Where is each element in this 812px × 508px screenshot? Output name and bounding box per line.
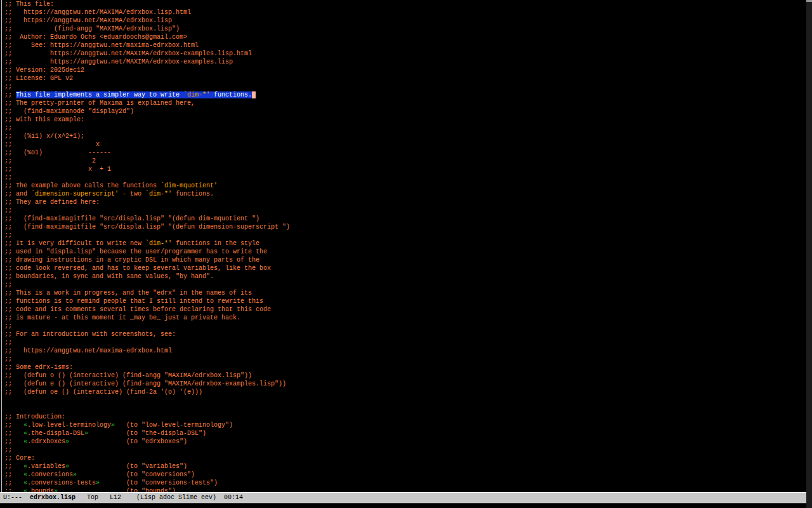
code-line: ;; (find-maximagitfile "src/displa.lisp"… xyxy=(4,223,806,231)
code-segment: ;; (find-maximagitfile "src/displa.lisp"… xyxy=(4,224,290,231)
code-line: ;; x + 1 xyxy=(4,165,806,173)
code-segment: ;; xyxy=(4,83,12,90)
code-segment: ;; xyxy=(4,174,12,181)
code-line: ;; https://anggtwu.net/MAXIMA/edrxbox.li… xyxy=(4,17,806,25)
code-segment: `dim-mquotient' xyxy=(160,182,218,189)
code-segment: ;; For an introduction with screenshots,… xyxy=(4,331,176,338)
code-segment: This file implements a simpler way to wr… xyxy=(16,91,183,98)
right-scrollbar-thumb[interactable] xyxy=(806,0,812,2)
right-scrollbar-track[interactable] xyxy=(806,0,812,508)
code-segment: ;; (defun o () (interactive) (find-angg … xyxy=(4,372,252,379)
code-segment: ;; https://anggtwu.net/MAXIMA/edrxbox.li… xyxy=(4,17,172,24)
code-segment: ;; Introduction: xyxy=(4,413,65,420)
code-line: ;; xyxy=(4,355,806,363)
code-segment: ;; xyxy=(4,339,12,346)
code-segment: .the-displa-DSL xyxy=(27,430,84,437)
code-line: ;; with this example: xyxy=(4,116,806,124)
code-segment: functions in the style xyxy=(172,240,259,247)
code-segment: ;; with this example: xyxy=(4,116,84,123)
code-segment: `dimension-superscript' xyxy=(31,190,119,197)
code-segment: ;; This is a work in progress, and the "… xyxy=(4,290,252,297)
code-segment: ;; Author: Eduardo Ochs <eduardoochs@gma… xyxy=(4,34,187,41)
code-segment: ;; xyxy=(4,438,23,445)
left-fringe xyxy=(1,0,2,492)
code-segment: ;; (%o1) ------ xyxy=(4,149,111,156)
code-line: ;; (%o1) ------ xyxy=(4,149,806,157)
code-segment: ;; xyxy=(4,488,23,492)
code-segment: ;; xyxy=(4,446,12,453)
code-segment: ;; xyxy=(4,479,23,486)
modeline[interactable]: U:--- edrxbox.lisp Top L12 (Lisp adoc Sl… xyxy=(0,492,811,504)
code-segment: ;; https://anggtwu.net/MAXIMA/edrxbox.li… xyxy=(4,9,191,16)
code-line: ;; «.the-displa-DSL» (to "the-displa-DSL… xyxy=(4,429,806,438)
code-segment: ;; used in "displa.lisp" because the use… xyxy=(4,248,267,255)
code-segment: ;; xyxy=(4,356,12,363)
modeline-clock: 00:14 xyxy=(224,493,243,503)
code-segment: ;; xyxy=(4,463,23,470)
code-line: ;; (defun e () (interactive) (find-angg … xyxy=(4,380,806,388)
code-segment: (to "conversions-tests") xyxy=(100,479,218,486)
code-line: ;; (find-maximagitfile "src/displa.lisp"… xyxy=(4,215,806,223)
code-segment: (to "bounds") xyxy=(58,488,176,492)
code-segment: ;; code look reversed, and has to keep s… xyxy=(4,265,271,272)
code-line: ;; https://anggtwu.net/maxima-edrxbox.ht… xyxy=(4,347,806,355)
code-segment: .edrxboxes xyxy=(27,438,65,445)
code-line: ;; License: GPL v2 xyxy=(4,74,806,83)
code-line: ;; (%i1) x/(x^2+1); xyxy=(4,132,806,140)
echo-area xyxy=(0,504,806,508)
modeline-coding-indicator: U:--- xyxy=(3,493,22,503)
code-segment: ;; and xyxy=(4,190,31,197)
code-line: ;; See: https://anggtwu.net/maxima-edrxb… xyxy=(4,41,806,50)
code-line: ;; and `dimension-superscript' - two `di… xyxy=(4,190,806,198)
code-segment: ;; xyxy=(4,430,23,437)
code-segment: ;; The example above calls the functions xyxy=(4,182,160,189)
editor-buffer[interactable]: ;; This file:;; https://anggtwu.net/MAXI… xyxy=(0,0,806,492)
code-segment: ;; Version: 2025dec12 xyxy=(4,67,84,74)
code-segment: .low-level-terminology xyxy=(27,422,111,429)
code-line: ;; (find-maximanode "display2d") xyxy=(4,107,806,116)
code-line: ;; https://anggtwu.net/MAXIMA/edrxbox-ex… xyxy=(4,58,806,66)
code-line: ;; drawing instructions in a cryptic DSL… xyxy=(4,256,806,264)
code-segment: ;; (find-angg "MAXIMA/edrxbox.lisp") xyxy=(4,25,180,32)
code-line: ;; Version: 2025dec12 xyxy=(4,66,806,74)
code-segment: ;; https://anggtwu.net/MAXIMA/edrxbox-ex… xyxy=(4,58,233,65)
code-segment: ;; functions is to remind people that I … xyxy=(4,298,263,305)
code-segment: ;; xyxy=(4,281,12,288)
code-line: ;; xyxy=(4,322,806,330)
modeline-major-minor-modes[interactable]: (Lisp adoc Slime eev) xyxy=(136,493,216,503)
code-segment: (to "the-displa-DSL") xyxy=(88,430,206,437)
code-segment: ;; (find-maximagitfile "src/displa.lisp"… xyxy=(4,215,259,222)
code-line: ;; xyxy=(4,281,806,289)
code-line: ;; The pretty-printer of Maxima is expla… xyxy=(4,99,806,107)
code-segment: ;; It is very difficult to write new xyxy=(4,240,145,247)
code-line: ;; code look reversed, and has to keep s… xyxy=(4,264,806,272)
code-segment: ;; https://anggtwu.net/MAXIMA/edrxbox-ex… xyxy=(4,50,252,57)
code-segment: ;; xyxy=(4,422,23,429)
code-line: ;; xyxy=(4,446,806,454)
code-line: ;; «.conversions» (to "conversions") xyxy=(4,471,806,479)
code-line: ;; (find-angg "MAXIMA/edrxbox.lisp") xyxy=(4,25,806,33)
code-line: ;; «.edrxboxes» (to "edrxboxes") xyxy=(4,438,806,446)
code-segment: ;; xyxy=(4,323,12,330)
modeline-buffer-name[interactable]: edrxbox.lisp xyxy=(30,493,75,503)
code-segment: ;; See: https://anggtwu.net/maxima-edrxb… xyxy=(4,42,199,49)
code-segment: ;; The pretty-printer of Maxima is expla… xyxy=(4,100,195,107)
code-line: ;; (defun oe () (interactive) (find-2a '… xyxy=(4,388,806,396)
code-line: ;; xyxy=(4,173,806,182)
code-line: ;; used in "displa.lisp" because the use… xyxy=(4,248,806,256)
code-segment: ;; xyxy=(4,471,23,478)
code-line: ;; xyxy=(4,338,806,347)
code-line: ;; This is a work in progress, and the "… xyxy=(4,289,806,297)
code-line: ;; x xyxy=(4,140,806,149)
modeline-line-number: L12 xyxy=(110,493,121,503)
code-line: ;; Some edrx-isms: xyxy=(4,363,806,371)
code-line: ;; This file implements a simpler way to… xyxy=(4,91,806,99)
code-line: ;; The example above calls the functions… xyxy=(4,182,806,190)
code-line: ;; 2 xyxy=(4,157,806,165)
code-line: ;; is mature - at this moment it _may be… xyxy=(4,314,806,322)
code-line: ;; functions is to remind people that I … xyxy=(4,297,806,305)
code-line: ;; boundaries, in sync and with sane val… xyxy=(4,272,806,281)
code-segment: functions. xyxy=(172,190,214,197)
code-segment: ;; (defun oe () (interactive) (find-2a '… xyxy=(4,389,202,396)
code-line: ;; Core: xyxy=(4,454,806,462)
